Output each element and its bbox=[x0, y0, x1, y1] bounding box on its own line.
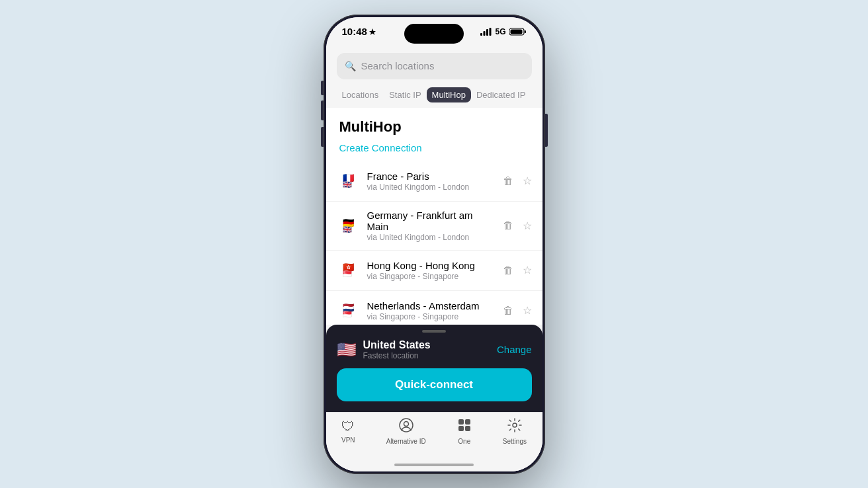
item-actions: 🗑 ☆ bbox=[503, 175, 532, 187]
nav-item-vpn[interactable]: 🛡 VPN bbox=[341, 419, 355, 444]
list-item[interactable]: 🇳🇱🇸🇬 Netherlands - Amsterdam via Singapo… bbox=[326, 291, 542, 325]
svg-rect-9 bbox=[458, 419, 464, 425]
list-item[interactable]: 🇭🇰🇸🇬 Hong Kong - Hong Kong via Singapore… bbox=[326, 251, 542, 291]
content-area: MultiHop Create Connection 🇫🇷🇬🇧 France -… bbox=[326, 108, 542, 325]
bottom-country: United States bbox=[363, 339, 490, 351]
dynamic-island bbox=[404, 24, 464, 44]
bottom-info: United States Fastest location bbox=[363, 339, 490, 360]
svg-rect-11 bbox=[458, 426, 464, 431]
favorite-icon[interactable]: ☆ bbox=[523, 175, 532, 187]
power-button[interactable] bbox=[545, 114, 548, 147]
location-via: via Singapore - Singapore bbox=[367, 312, 496, 321]
alt-id-icon bbox=[399, 418, 413, 436]
svg-rect-5 bbox=[525, 30, 526, 33]
flag-icon: 🇳🇱🇸🇬 bbox=[337, 299, 361, 323]
location-info: Hong Kong - Hong Kong via Singapore - Si… bbox=[367, 260, 496, 281]
drag-handle bbox=[422, 330, 446, 333]
item-actions: 🗑 ☆ bbox=[503, 220, 532, 232]
change-button[interactable]: Change bbox=[497, 344, 532, 355]
delete-icon[interactable]: 🗑 bbox=[503, 264, 513, 276]
item-actions: 🗑 ☆ bbox=[503, 264, 532, 276]
bottom-panel: 🇺🇸 United States Fastest location Change… bbox=[326, 325, 542, 412]
carrier-label: 5G bbox=[495, 27, 505, 36]
location-name: France - Paris bbox=[367, 171, 496, 182]
svg-rect-6 bbox=[510, 29, 522, 34]
location-name: Netherlands - Amsterdam bbox=[367, 300, 496, 311]
nav-alt-id-label: Alternative ID bbox=[386, 438, 426, 445]
nav-item-alt-id[interactable]: Alternative ID bbox=[386, 418, 426, 445]
search-bar[interactable]: 🔍 Search locations bbox=[337, 53, 532, 79]
favorite-icon[interactable]: ☆ bbox=[523, 220, 532, 232]
location-via: via United Kingdom - London bbox=[367, 183, 496, 192]
search-bar-inner: 🔍 Search locations bbox=[345, 60, 524, 71]
bottom-fastest: Fastest location bbox=[363, 351, 490, 360]
battery-icon bbox=[509, 28, 527, 36]
favorite-icon[interactable]: ☆ bbox=[523, 264, 532, 276]
search-placeholder: Search locations bbox=[361, 60, 435, 71]
nav-item-one[interactable]: One bbox=[457, 418, 472, 445]
svg-rect-1 bbox=[484, 31, 486, 36]
tab-multihop[interactable]: MultiHop bbox=[427, 87, 471, 102]
nav-item-settings[interactable]: Settings bbox=[503, 418, 527, 445]
signal-icon bbox=[480, 28, 492, 36]
bottom-nav: 🛡 VPN Alternative ID bbox=[326, 412, 542, 458]
settings-svg bbox=[507, 418, 522, 432]
location-info: France - Paris via United Kingdom - Lond… bbox=[367, 171, 496, 192]
location-name: Germany - Frankfurt am Main bbox=[367, 210, 496, 232]
favorite-icon[interactable]: ☆ bbox=[523, 304, 532, 317]
tab-locations[interactable]: Locations bbox=[337, 87, 384, 102]
bottom-flag-icon: 🇺🇸 bbox=[337, 341, 357, 359]
one-svg bbox=[457, 418, 472, 432]
tab-static-ip[interactable]: Static IP bbox=[384, 87, 426, 102]
search-wrap: 🔍 Search locations 🔔 bbox=[326, 46, 542, 85]
bell-button[interactable]: 🔔 bbox=[539, 55, 542, 77]
location-via: via United Kingdom - London bbox=[367, 233, 496, 242]
phone-screen: 10:48 5G bbox=[326, 17, 542, 471]
search-icon: 🔍 bbox=[345, 61, 356, 71]
settings-icon bbox=[507, 418, 522, 436]
home-indicator bbox=[326, 458, 542, 471]
list-item[interactable]: 🇩🇪🇬🇧 Germany - Frankfurt am Main via Uni… bbox=[326, 202, 542, 251]
silent-button[interactable] bbox=[321, 81, 324, 95]
location-info: Netherlands - Amsterdam via Singapore - … bbox=[367, 300, 496, 321]
phone-frame: 10:48 5G bbox=[324, 15, 545, 474]
bottom-location: 🇺🇸 United States Fastest location Change bbox=[337, 339, 532, 360]
quick-connect-button[interactable]: Quick-connect bbox=[337, 368, 532, 401]
nav-settings-label: Settings bbox=[503, 438, 527, 445]
one-icon bbox=[457, 418, 472, 436]
location-name: Hong Kong - Hong Kong bbox=[367, 260, 496, 271]
svg-rect-12 bbox=[465, 426, 470, 431]
tab-dedicated-ip[interactable]: Dedicated IP bbox=[471, 87, 531, 102]
status-icons: 5G bbox=[480, 27, 526, 36]
delete-icon[interactable]: 🗑 bbox=[503, 305, 513, 317]
location-icon bbox=[369, 28, 376, 35]
section-title: MultiHop bbox=[326, 108, 542, 138]
nav-vpn-label: VPN bbox=[341, 436, 355, 444]
location-info: Germany - Frankfurt am Main via United K… bbox=[367, 210, 496, 242]
flag-icon: 🇫🇷🇬🇧 bbox=[337, 169, 361, 193]
list-item[interactable]: 🇫🇷🇬🇧 France - Paris via United Kingdom -… bbox=[326, 161, 542, 202]
flag-icon: 🇩🇪🇬🇧 bbox=[337, 214, 361, 237]
location-via: via Singapore - Singapore bbox=[367, 272, 496, 281]
status-bar: 10:48 5G bbox=[326, 17, 542, 46]
item-actions: 🗑 ☆ bbox=[503, 304, 532, 317]
svg-rect-2 bbox=[486, 29, 488, 36]
delete-icon[interactable]: 🗑 bbox=[503, 220, 513, 231]
svg-rect-10 bbox=[465, 419, 470, 425]
create-connection-button[interactable]: Create Connection bbox=[326, 138, 542, 161]
status-time: 10:48 bbox=[342, 26, 376, 37]
flag-icon: 🇭🇰🇸🇬 bbox=[337, 259, 361, 282]
svg-rect-0 bbox=[480, 33, 482, 36]
volume-down-button[interactable] bbox=[321, 127, 324, 147]
delete-icon[interactable]: 🗑 bbox=[503, 175, 513, 187]
svg-rect-3 bbox=[490, 28, 492, 36]
home-bar bbox=[394, 464, 474, 466]
vpn-icon: 🛡 bbox=[341, 419, 355, 434]
screen-content: 🔍 Search locations 🔔 Locations Static IP… bbox=[326, 46, 542, 471]
alt-id-svg bbox=[399, 418, 413, 432]
volume-up-button[interactable] bbox=[321, 101, 324, 120]
svg-point-8 bbox=[404, 421, 408, 426]
svg-point-13 bbox=[513, 423, 517, 427]
nav-one-label: One bbox=[458, 438, 470, 445]
tabs-row: Locations Static IP MultiHop Dedicated I… bbox=[326, 85, 542, 108]
